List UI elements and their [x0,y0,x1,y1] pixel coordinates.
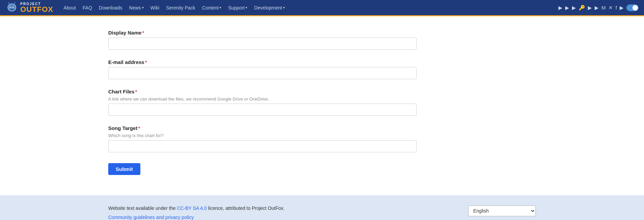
main-content: Display Name* E-mail address* Chart File… [0,16,644,195]
display-name-group: Display Name* [108,30,536,50]
display-name-input[interactable] [108,38,417,50]
nav-item-development[interactable]: Development ▾ [251,4,288,12]
key-icon[interactable]: 🔑 [579,5,585,11]
song-target-label: Song Target* [108,125,536,131]
nav-item-support[interactable]: Support ▾ [225,4,251,12]
news-dropdown-arrow: ▾ [142,6,144,9]
theme-toggle-knob [632,5,638,10]
footer-left: Website text available under the CC-BY S… [108,205,455,220]
email-required: * [145,59,147,65]
support-dropdown-arrow: ▾ [246,6,247,9]
footer-community-link[interactable]: Community guidelines and privacy policy [108,215,194,220]
svg-point-2 [8,4,15,10]
footer-right: EnglishEspañolFrançaisDeutsch日本語한국어Portu… [468,205,536,216]
song-target-required: * [138,125,140,131]
x-icon[interactable]: ✕ [608,5,613,11]
chat-icon[interactable]: ▶ [572,5,576,11]
nav-item-downloads[interactable]: Downloads [95,4,125,12]
email-group: E-mail address* [108,59,536,79]
discord-icon[interactable]: ▶ [565,5,569,11]
nav-item-content[interactable]: Content ▾ [199,4,225,12]
facebook-icon[interactable]: f [616,5,617,10]
chart-files-required: * [135,89,137,94]
brand-logo[interactable]: PROJECT OUTFOX [5,1,53,14]
outfox-logo-icon [5,1,18,14]
development-dropdown-arrow: ▾ [283,6,285,9]
footer: Website text available under the CC-BY S… [0,195,644,220]
footer-license-text: Website text available under the CC-BY S… [108,205,455,211]
email-label: E-mail address* [108,59,536,65]
nav-item-about[interactable]: About [60,4,79,12]
display-name-required: * [142,30,144,36]
content-dropdown-arrow: ▾ [220,6,221,9]
nav-icons-group: ▶ ▶ ▶ 🔑 ▶ ▶ M ✕ f ▶ [558,4,639,11]
song-target-input[interactable] [108,140,417,152]
display-name-label: Display Name* [108,30,536,36]
submission-form: Display Name* E-mail address* Chart File… [108,30,536,175]
submit-button[interactable]: Submit [108,163,140,175]
chart-files-hint: A link where we can download the files, … [108,96,536,102]
patreon-icon[interactable]: ▶ [558,5,562,11]
github-icon[interactable]: ▶ [588,5,592,11]
nav-item-news[interactable]: News ▾ [126,4,147,12]
nav-item-serenity-pack[interactable]: Serenity Pack [163,4,199,12]
email-input[interactable] [108,67,417,79]
footer-license-link[interactable]: CC-BY SA 4.0 [177,205,207,211]
nav-links-list: About FAQ Downloads News ▾ Wiki Serenity… [60,4,559,12]
chart-files-input[interactable] [108,104,417,116]
theme-toggle[interactable] [626,4,639,11]
brand-text: PROJECT OUTFOX [20,2,53,13]
brand-outfox-label: OUTFOX [20,6,53,13]
chart-files-group: Chart Files* A link where we can downloa… [108,89,536,116]
youtube-icon[interactable]: ▶ [620,5,624,11]
svg-point-6 [13,6,14,7]
song-target-group: Song Target* Which song is this chart fo… [108,125,536,152]
twitch-icon[interactable]: ▶ [595,5,599,11]
language-select[interactable]: EnglishEspañolFrançaisDeutsch日本語한국어Portu… [468,205,536,216]
svg-point-5 [10,6,11,7]
song-target-hint: Which song is this chart for? [108,133,536,138]
chart-files-label: Chart Files* [108,89,536,94]
navbar: PROJECT OUTFOX About FAQ Downloads News … [0,0,644,16]
mastodon-icon[interactable]: M [601,5,606,10]
nav-item-faq[interactable]: FAQ [79,4,95,12]
nav-item-wiki[interactable]: Wiki [147,4,163,12]
